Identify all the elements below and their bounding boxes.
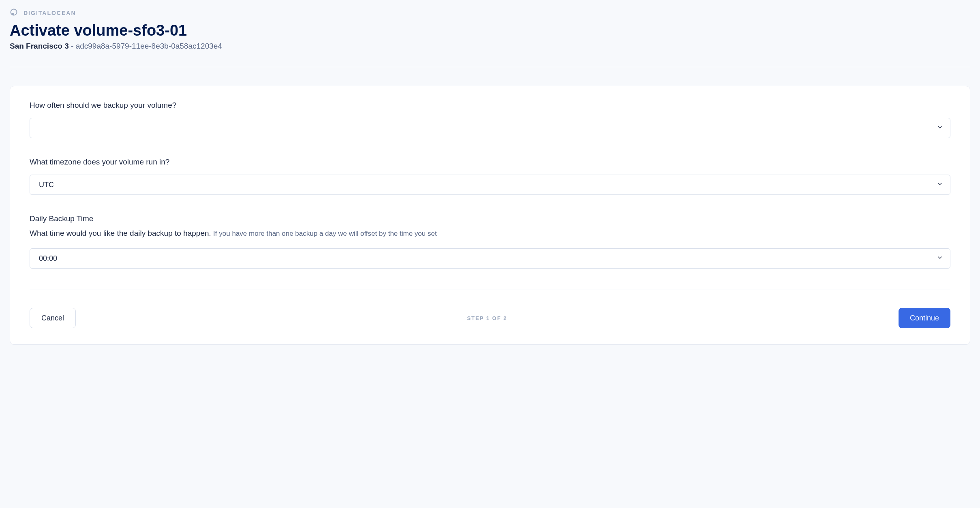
form-actions: Cancel STEP 1 OF 2 Continue (30, 308, 950, 328)
select-backup-frequency[interactable] (30, 118, 950, 138)
brand-name: DIGITALOCEAN (24, 10, 76, 16)
brand-row: DIGITALOCEAN (10, 8, 970, 18)
form-card: How often should we backup your volume? … (10, 86, 970, 345)
cancel-button[interactable]: Cancel (30, 308, 76, 328)
volume-uuid: adc99a8a-5979-11ee-8e3b-0a58ac1203e4 (76, 42, 222, 50)
label-timezone: What timezone does your volume run in? (30, 158, 950, 166)
label-backup-frequency: How often should we backup your volume? (30, 101, 950, 110)
step-indicator: STEP 1 OF 2 (467, 315, 507, 321)
digitalocean-logo-icon (10, 8, 18, 18)
header-divider (10, 67, 970, 67)
field-backup-frequency: How often should we backup your volume? (30, 101, 950, 138)
card-divider (30, 290, 950, 290)
desc-backup-time-hint: If you have more than one backup a day w… (213, 230, 437, 237)
select-timezone[interactable]: UTC (30, 175, 950, 195)
page-title: Activate volume-sfo3-01 (10, 22, 970, 39)
page-subtitle: San Francisco 3 - adc99a8a-5979-11ee-8e3… (10, 42, 970, 51)
heading-backup-time: Daily Backup Time (30, 214, 950, 223)
select-backup-time[interactable]: 00:00 (30, 248, 950, 269)
region-name: San Francisco 3 (10, 42, 69, 50)
separator: - (69, 42, 76, 50)
desc-backup-time-main: What time would you like the daily backu… (30, 229, 213, 237)
continue-button[interactable]: Continue (899, 308, 950, 328)
desc-backup-time: What time would you like the daily backu… (30, 229, 950, 238)
field-backup-time: Daily Backup Time What time would you li… (30, 214, 950, 269)
field-timezone: What timezone does your volume run in? U… (30, 158, 950, 195)
